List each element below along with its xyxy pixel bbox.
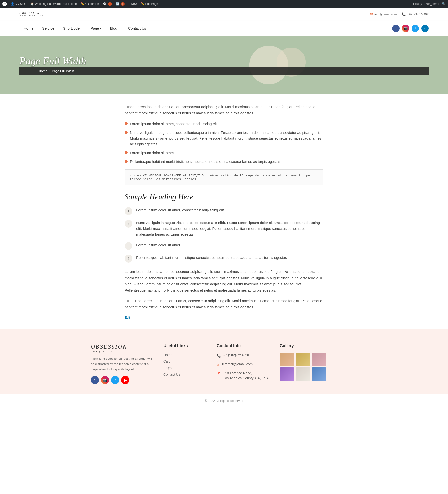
admin-bar: W 👤 My Sites 🏠 Wedding Hall Wordpress Th…: [0, 0, 448, 8]
nav-service[interactable]: Service: [38, 21, 59, 36]
header-contact: ✉ info@gmail.com 📞 +926-3434-962: [370, 12, 429, 16]
my-sites-link[interactable]: 👤 My Sites: [11, 2, 26, 6]
numbered-list: 1 Lorem ipsum dolor sit amet, consectetu…: [124, 207, 324, 262]
list-item: Pellentesque habitant morbi tristique se…: [124, 159, 324, 165]
edit-link[interactable]: Edit: [124, 316, 130, 319]
footer-about-text: It is a long established fact that a rea…: [91, 356, 154, 372]
list-item: Cart: [163, 359, 207, 363]
list-item: 2 Nunc vel ligula in augue tristique pel…: [124, 220, 324, 237]
footer-useful-links-heading: Useful Links: [163, 344, 207, 348]
site-header: Obsession Banquet Hall ✉ info@gmail.com …: [0, 8, 448, 21]
footer-contact-info: Contact Info 📞 + 1(902)-720-7016 ✉ infom…: [217, 344, 270, 384]
nav-shortcode[interactable]: Shortcode ▾: [59, 21, 86, 36]
num-3: 3: [124, 242, 132, 250]
footer-contact-heading: Contact Info: [217, 344, 270, 348]
footer-link-faq[interactable]: Faq's: [163, 366, 172, 370]
nav-page[interactable]: Page ▾: [86, 21, 105, 36]
footer-gallery: Gallery: [280, 344, 328, 384]
num-2: 2: [124, 220, 132, 228]
main-nav: Home Service Shortcode ▾ Page ▾ Blog ▾ C…: [0, 21, 448, 36]
footer-social: f 📷 t ▶: [91, 376, 154, 384]
hero-section: Page Full Width Home » Page Full Width: [0, 36, 448, 94]
list-item: 3 Lorem ipsum dolor sit amet: [124, 242, 324, 250]
list-item: 1 Lorem ipsum dolor sit amet, consectetu…: [124, 207, 324, 215]
phone-icon: 📞: [217, 353, 221, 358]
comments-link[interactable]: 💬 1: [103, 2, 112, 6]
body-para-1: Lorem ipsum dolor sit amet, consectetur …: [124, 269, 324, 293]
gallery-thumb-6[interactable]: [312, 368, 326, 381]
contact-info-list: 📞 + 1(902)-720-7016 ✉ infomail@email.com…: [217, 353, 270, 381]
customize-icon: ✏️: [81, 2, 84, 6]
breadcrumb-current: Page Full Width: [52, 69, 74, 73]
footer-grid: Obsession Banquet Hall It is a long esta…: [91, 344, 357, 384]
location-icon: 📍: [217, 371, 221, 376]
footer-links-list: Home Cart Faq's Contact Us: [163, 353, 207, 376]
theme-name-link[interactable]: 🏠 Wedding Hall Wordpress Theme: [30, 2, 77, 6]
breadcrumb-home[interactable]: Home: [39, 69, 47, 73]
nav-home[interactable]: Home: [19, 21, 38, 36]
my-sites-icon: 👤: [11, 2, 14, 6]
intro-text: Fusce Lorem ipsum dolor sit amet, consec…: [124, 104, 324, 116]
user-label[interactable]: Howdy, luzuk_demo: [413, 2, 439, 6]
gallery-thumb-1[interactable]: [280, 353, 294, 366]
footer-logo: Obsession Banquet Hall: [91, 344, 154, 353]
breadcrumb: Home » Page Full Width: [19, 67, 429, 75]
phone-icon: 📞: [402, 12, 406, 16]
gallery-thumb-3[interactable]: [312, 353, 326, 366]
footer-useful-links: Useful Links Home Cart Faq's Contact Us: [163, 344, 207, 384]
nav-social: f 📷 t in: [392, 25, 429, 32]
footer-about: Obsession Banquet Hall It is a long esta…: [91, 344, 154, 384]
instagram-icon[interactable]: 📷: [402, 25, 409, 32]
footer-instagram-icon[interactable]: 📷: [101, 376, 109, 384]
bullet-dot: [124, 131, 127, 134]
header-phone: 📞 +926-3434-962: [402, 12, 429, 16]
nav-contact[interactable]: Contact Us: [124, 21, 150, 36]
list-item: Contact Us: [163, 372, 207, 376]
chevron-down-icon-page: ▾: [100, 27, 101, 30]
footer-youtube-icon[interactable]: ▶: [121, 376, 129, 384]
gallery-thumb-2[interactable]: [296, 353, 310, 366]
gallery-thumb-5[interactable]: [296, 368, 310, 381]
bullet-dot: [124, 151, 127, 154]
edit-icon: ✏️: [141, 2, 145, 6]
edit-page-link[interactable]: ✏️ Edit Page: [141, 2, 158, 6]
wp-logo[interactable]: W: [2, 2, 7, 6]
list-item: 📍 110 Lorence Road, Los Angeles County, …: [217, 370, 270, 381]
footer-facebook-icon[interactable]: f: [91, 376, 99, 384]
footer-link-contact[interactable]: Contact Us: [163, 372, 180, 376]
list-item: 4 Pellentesque habitant morbi tristique …: [124, 255, 324, 262]
breadcrumb-separator: »: [49, 69, 50, 73]
twitter-icon[interactable]: t: [412, 25, 419, 32]
bullet-list: Lorem ipsum dolor sit amet, consectetur …: [124, 121, 324, 165]
footer: Obsession Banquet Hall It is a long esta…: [0, 329, 448, 394]
new-link[interactable]: + New: [128, 2, 137, 6]
footer-link-cart[interactable]: Cart: [163, 359, 170, 363]
search-icon[interactable]: 🔍: [442, 2, 446, 6]
facebook-icon[interactable]: f: [392, 25, 399, 32]
customize-link[interactable]: ✏️ Customize: [81, 2, 99, 6]
list-item: Lorem ipsum dolor sit amet, consectetur …: [124, 121, 324, 127]
footer-twitter-icon[interactable]: t: [111, 376, 119, 384]
gallery-thumb-4[interactable]: [280, 368, 294, 381]
update-icon: 🔄: [116, 2, 119, 6]
body-para-2: Full Fusce Lorem ipsum dolor sit amet, c…: [124, 298, 324, 310]
list-item: Lorem ipsum dolor sit amet: [124, 150, 324, 156]
footer-gallery-heading: Gallery: [280, 344, 328, 348]
linkedin-icon[interactable]: in: [421, 25, 429, 32]
updates-link[interactable]: 🔄 1: [116, 2, 124, 6]
nav-blog[interactable]: Blog ▾: [105, 21, 124, 36]
gallery-grid: [280, 353, 328, 381]
chevron-down-icon-blog: ▾: [118, 27, 120, 30]
nav-links: Home Service Shortcode ▾ Page ▾ Blog ▾ C…: [19, 21, 150, 36]
page-title: Page Full Width: [19, 55, 429, 67]
sample-heading: Sample Heading Here: [124, 192, 324, 201]
list-item: Faq's: [163, 366, 207, 370]
plus-icon: +: [128, 2, 130, 6]
theme-icon: 🏠: [30, 2, 34, 6]
main-content: Fusce Lorem ipsum dolor sit amet, consec…: [115, 104, 333, 319]
footer-link-home[interactable]: Home: [163, 353, 172, 357]
bullet-dot: [124, 122, 127, 125]
list-item: ✉ infomail@email.com: [217, 362, 270, 367]
header-email: ✉ info@gmail.com: [370, 12, 397, 16]
comment-icon: 💬: [103, 2, 106, 6]
